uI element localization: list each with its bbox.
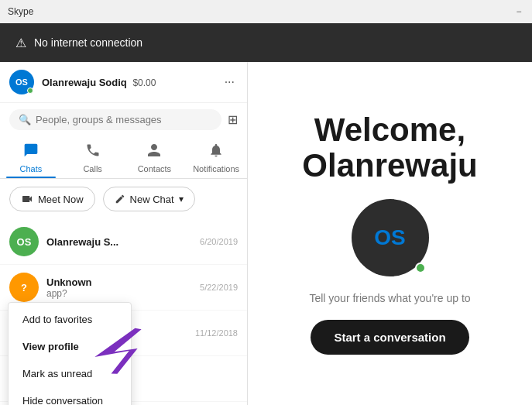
tab-contacts-label: Contacts <box>138 164 171 173</box>
tab-notifications-label: Notifications <box>193 164 239 173</box>
meet-now-label: Meet Now <box>38 194 84 205</box>
new-chat-label: New Chat <box>130 194 174 205</box>
no-internet-message: No internet connection <box>34 36 142 49</box>
left-panel: OS Olanrewaju Sodiq $0.00 ··· 🔍 ⊞ <box>0 62 248 405</box>
video-icon <box>21 193 33 205</box>
welcome-name: Olanrewaju <box>302 148 477 184</box>
welcome-text: Welcome, Olanrewaju <box>302 112 477 184</box>
calls-icon <box>85 142 101 162</box>
chat-name: Unknown <box>46 276 192 288</box>
chat-date: 6/20/2019 <box>200 237 238 246</box>
context-menu-hide-conversation[interactable]: Hide conversation <box>9 387 131 405</box>
new-chat-button[interactable]: New Chat ▾ <box>103 187 195 211</box>
context-menu: Add to favorites View profile Mark as un… <box>8 302 132 405</box>
avatar: OS <box>9 70 34 94</box>
app-container: ⚠ No internet connection OS Olanrewaju S… <box>0 23 532 405</box>
warning-icon: ⚠ <box>15 36 26 50</box>
tell-friends-text: Tell your friends what you're up to <box>309 292 470 304</box>
action-buttons: Meet Now New Chat ▾ <box>0 179 247 219</box>
search-row: 🔍 ⊞ <box>0 103 247 136</box>
search-input[interactable] <box>36 114 212 125</box>
app-body: OS Olanrewaju Sodiq $0.00 ··· 🔍 ⊞ <box>0 62 532 405</box>
search-wrapper[interactable]: 🔍 <box>9 109 221 130</box>
notifications-icon <box>208 142 224 162</box>
context-menu-view-profile[interactable]: View profile <box>9 333 131 360</box>
right-panel: Welcome, Olanrewaju OS Tell your friends… <box>248 62 532 405</box>
chat-info: Unknown app? <box>46 276 192 299</box>
avatar-large-initials: OS <box>374 225 405 250</box>
context-menu-add-favorites[interactable]: Add to favorites <box>9 306 131 333</box>
no-internet-bar: ⚠ No internet connection <box>0 23 532 62</box>
chats-icon <box>23 142 39 162</box>
tab-calls-label: Calls <box>83 164 101 173</box>
avatar: ? <box>9 273 39 302</box>
more-options-button[interactable]: ··· <box>221 72 238 92</box>
avatar-initials: OS <box>15 77 28 87</box>
online-indicator <box>27 88 33 94</box>
minimize-button[interactable]: − <box>513 6 524 17</box>
profile-row: OS Olanrewaju Sodiq $0.00 ··· <box>0 62 247 103</box>
dropdown-chevron[interactable]: ▾ <box>179 194 184 204</box>
profile-balance: $0.00 <box>132 77 156 88</box>
title-bar: Skype − <box>0 0 532 23</box>
edit-icon <box>115 194 125 204</box>
chat-info: Olanrewaju S... <box>46 236 192 248</box>
avatar: OS <box>9 227 39 256</box>
app-title: Skype <box>8 6 513 17</box>
search-icon: 🔍 <box>19 114 31 125</box>
title-bar-controls: − <box>513 6 524 17</box>
tab-chats-label: Chats <box>20 164 43 173</box>
welcome-title: Welcome, <box>302 112 477 148</box>
tab-contacts[interactable]: Contacts <box>124 136 186 178</box>
avatar-large: OS <box>352 199 429 276</box>
chat-date: 11/12/2018 <box>195 328 238 338</box>
grid-icon[interactable]: ⊞ <box>228 112 238 127</box>
meet-now-button[interactable]: Meet Now <box>9 187 95 211</box>
chat-preview: app? <box>46 288 192 299</box>
tab-notifications[interactable]: Notifications <box>185 136 247 178</box>
chat-date: 5/22/2019 <box>200 283 238 292</box>
list-item[interactable]: OS Olanrewaju S... 6/20/2019 <box>0 219 247 265</box>
contacts-icon <box>146 142 162 162</box>
start-conversation-button[interactable]: Start a conversation <box>311 320 469 355</box>
online-dot-large <box>415 263 426 273</box>
tab-calls[interactable]: Calls <box>62 136 124 178</box>
tab-chats[interactable]: Chats <box>0 136 62 178</box>
profile-name: Olanrewaju Sodiq $0.00 <box>42 77 214 88</box>
chat-name: Olanrewaju S... <box>46 236 192 248</box>
context-menu-mark-unread[interactable]: Mark as unread <box>9 360 131 387</box>
nav-tabs: Chats Calls Contacts <box>0 136 247 179</box>
